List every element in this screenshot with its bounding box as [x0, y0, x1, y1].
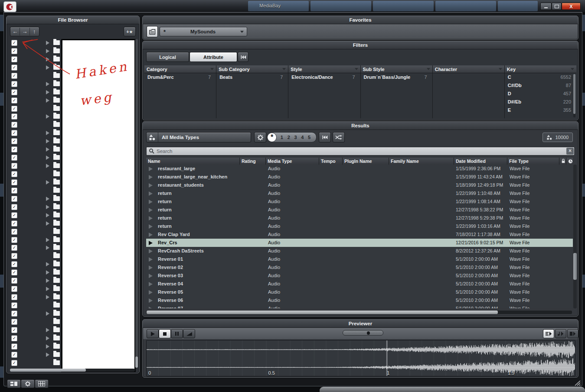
folder-checkbox[interactable]: ✓: [11, 286, 17, 292]
row-expander-icon[interactable]: [149, 282, 153, 286]
table-row[interactable]: restaurant_studentsAudio1/18/1999 12:49:…: [146, 181, 573, 189]
row-expander-icon[interactable]: [149, 290, 153, 295]
folder-checkbox[interactable]: ✓: [11, 40, 17, 46]
expander-triangle-icon[interactable]: [46, 98, 49, 103]
row-expander-icon[interactable]: [149, 224, 153, 229]
folder-checkbox[interactable]: ✓: [11, 130, 17, 136]
column-header-rating[interactable]: Rating: [240, 158, 266, 165]
folder-checkbox[interactable]: ✓: [11, 188, 17, 194]
forward-button[interactable]: →: [20, 28, 29, 36]
expander-triangle-icon[interactable]: [46, 131, 49, 135]
new-folder-button[interactable]: [147, 26, 158, 37]
preview-volume-slider[interactable]: [343, 330, 383, 336]
expander-triangle-icon[interactable]: [46, 311, 49, 316]
results-list[interactable]: restaurant_largeAudio1/15/1999 2:36:06 P…: [146, 165, 573, 308]
folder-checkbox[interactable]: ✓: [11, 311, 17, 317]
table-row[interactable]: Rev Clap YardAudio7/18/2012 1:17:38 AMWa…: [146, 230, 573, 239]
expander-triangle-icon[interactable]: [46, 246, 49, 250]
folder-checkbox[interactable]: ✓: [11, 245, 17, 251]
pause-button[interactable]: [171, 329, 183, 338]
row-expander-icon[interactable]: [149, 241, 153, 245]
expander-triangle-icon[interactable]: [46, 147, 49, 152]
expander-triangle-icon[interactable]: [46, 57, 49, 62]
expander-triangle-icon[interactable]: [46, 238, 49, 242]
table-row[interactable]: Reverse 07Audio5/1/2010 2:00:00 AMWave F…: [146, 305, 573, 308]
table-row[interactable]: restaurant_large_near_kitchenAudio1/15/1…: [146, 173, 573, 181]
folder-checkbox[interactable]: ✓: [11, 113, 17, 120]
folder-checkbox[interactable]: ✓: [11, 327, 17, 333]
filter-column-header[interactable]: Sub Style: [361, 65, 432, 73]
folder-checkbox[interactable]: ✓: [11, 204, 17, 210]
column-header-date-modified[interactable]: Date Modified: [454, 158, 507, 165]
scrollbar-thumb[interactable]: [147, 311, 498, 314]
attribute-tab-button[interactable]: Attribute: [190, 52, 237, 62]
up-button[interactable]: ↑: [30, 28, 39, 36]
logical-tab-button[interactable]: Logical: [146, 52, 189, 62]
filter-item[interactable]: Electronica/Dance7: [288, 73, 360, 81]
expander-triangle-icon[interactable]: [46, 65, 49, 70]
expander-triangle-icon[interactable]: [46, 114, 49, 119]
folder-checkbox[interactable]: ✓: [11, 253, 17, 259]
folder-checkbox[interactable]: ✓: [11, 261, 17, 267]
row-expander-icon[interactable]: [149, 307, 153, 309]
slider-knob[interactable]: [367, 331, 370, 335]
row-expander-icon[interactable]: [149, 183, 153, 188]
folder-checkbox[interactable]: ✓: [11, 212, 17, 218]
expander-triangle-icon[interactable]: [46, 49, 49, 53]
folder-checkbox[interactable]: ✓: [11, 269, 17, 275]
folder-checkbox[interactable]: ✓: [11, 163, 17, 169]
filter-column-header[interactable]: Style: [288, 65, 360, 73]
folder-checkbox[interactable]: ✓: [11, 179, 17, 185]
cubase-logo-icon[interactable]: [3, 1, 16, 12]
result-settings-button[interactable]: [254, 132, 266, 143]
scrollbar-thumb[interactable]: [573, 253, 577, 280]
expander-triangle-icon[interactable]: [46, 90, 49, 94]
filter-item[interactable]: Drum&Perc7: [144, 73, 216, 81]
expander-triangle-icon[interactable]: [46, 164, 49, 168]
rating-filter[interactable]: * 12345: [267, 132, 317, 143]
folder-checkbox[interactable]: ✓: [11, 65, 17, 71]
folder-checkbox[interactable]: ✓: [11, 146, 17, 152]
folder-checkbox[interactable]: ✓: [11, 122, 17, 128]
back-button[interactable]: ←: [10, 28, 20, 36]
expander-triangle-icon[interactable]: [46, 41, 49, 45]
row-expander-icon[interactable]: [149, 274, 153, 278]
table-row[interactable]: Reverse 05Audio5/1/2010 2:00:00 AMWave F…: [146, 288, 573, 296]
folder-checkbox[interactable]: ✓: [11, 89, 17, 95]
results-vertical-scrollbar[interactable]: [573, 165, 577, 308]
expander-triangle-icon[interactable]: [46, 139, 49, 143]
play-in-project-button[interactable]: [567, 329, 578, 338]
folder-checkbox[interactable]: ✓: [11, 97, 17, 104]
filter-column-header[interactable]: Sub Category: [216, 65, 288, 73]
resize-grip[interactable]: [573, 379, 581, 386]
reset-filter-button[interactable]: [238, 52, 248, 62]
row-expander-icon[interactable]: [149, 249, 153, 253]
folder-checkbox[interactable]: ✓: [11, 81, 17, 87]
define-locations-button[interactable]: [7, 379, 21, 388]
row-expander-icon[interactable]: [149, 216, 153, 220]
table-row[interactable]: restaurant_largeAudio1/15/1999 2:36:06 P…: [146, 165, 573, 173]
column-header-time[interactable]: [566, 158, 573, 165]
expander-triangle-icon[interactable]: [46, 213, 49, 217]
expander-triangle-icon[interactable]: [46, 205, 49, 209]
favorites-preset-dropdown[interactable]: * MySounds: [160, 27, 247, 36]
expander-triangle-icon[interactable]: [46, 180, 49, 185]
rating-star-icon[interactable]: *: [267, 133, 277, 142]
filter-item[interactable]: C#/Db87: [505, 81, 576, 90]
file-browser-horizontal-scrollbar[interactable]: [10, 369, 135, 372]
filter-item[interactable]: Drum´n´Bass/Jungle7: [361, 73, 432, 81]
expander-triangle-icon[interactable]: [46, 344, 49, 349]
expander-triangle-icon[interactable]: [46, 270, 49, 275]
play-button[interactable]: [147, 329, 159, 338]
column-header-media-type[interactable]: Media Type: [266, 158, 319, 165]
table-row[interactable]: returnAudio1/22/1999 1:08:14 AMWave File: [146, 198, 573, 206]
folder-checkbox[interactable]: ✓: [11, 106, 17, 112]
scrollbar-thumb[interactable]: [573, 74, 575, 114]
folder-checkbox[interactable]: ✓: [11, 220, 17, 227]
row-expander-icon[interactable]: [149, 167, 153, 171]
stop-button[interactable]: [159, 329, 171, 338]
table-row[interactable]: Reverse 02Audio5/1/2010 2:00:00 AMWave F…: [146, 263, 573, 272]
table-row[interactable]: Reverse 04Audio5/1/2010 2:00:00 AMWave F…: [146, 280, 573, 288]
folder-checkbox[interactable]: ✓: [11, 319, 17, 325]
row-expander-icon[interactable]: [149, 200, 153, 204]
